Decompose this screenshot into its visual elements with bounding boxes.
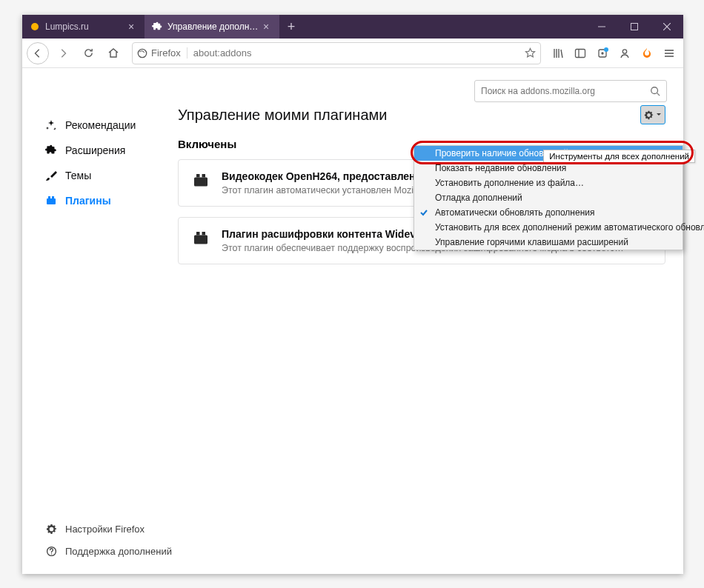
sidebar-item-label: Расширения bbox=[65, 144, 125, 156]
sidebar-item-support[interactable]: Поддержка дополнений bbox=[44, 540, 172, 562]
notification-dot-icon bbox=[604, 47, 608, 52]
puzzle-icon bbox=[152, 21, 162, 32]
close-icon[interactable]: × bbox=[125, 21, 137, 33]
back-button[interactable] bbox=[27, 42, 49, 64]
sidebar-item-recommendations[interactable]: Рекомендации bbox=[44, 113, 178, 138]
menu-item-label: Управление горячими клавишами расширений bbox=[435, 237, 628, 247]
chevron-down-icon bbox=[656, 112, 662, 118]
addon-search-input[interactable] bbox=[481, 86, 650, 96]
menu-item-label: Отладка дополнений bbox=[435, 193, 522, 203]
tab-label: Lumpics.ru bbox=[45, 21, 125, 32]
library-icon[interactable] bbox=[548, 44, 568, 63]
sidebar-item-themes[interactable]: Темы bbox=[44, 163, 178, 188]
addon-search-box[interactable] bbox=[474, 80, 667, 102]
svg-line-3 bbox=[663, 23, 671, 30]
sidebar-footer: Настройки Firefox Поддержка дополнений bbox=[44, 518, 172, 562]
minimize-button[interactable] bbox=[585, 15, 618, 39]
tab-lumpics[interactable]: Lumpics.ru × bbox=[22, 15, 145, 39]
window-controls bbox=[585, 15, 683, 39]
svg-rect-24 bbox=[194, 235, 207, 244]
page-heading-row: Управление моими плагинами bbox=[178, 105, 665, 124]
menu-item-label: Автоматически обновлять дополнения bbox=[435, 207, 594, 218]
menu-item-auto-update[interactable]: Автоматически обновлять дополнения bbox=[414, 205, 683, 220]
menu-item-label: Установить дополнение из файла… bbox=[435, 178, 584, 188]
sidebar-item-settings[interactable]: Настройки Firefox bbox=[44, 518, 172, 540]
tab-addons[interactable]: Управление дополнениями × bbox=[145, 15, 279, 39]
menu-item-reset-auto-update[interactable]: Установить для всех дополнений режим авт… bbox=[414, 220, 683, 235]
plugin-icon bbox=[190, 228, 211, 249]
brush-icon bbox=[44, 170, 58, 181]
close-window-button[interactable] bbox=[651, 15, 683, 39]
plugin-icon bbox=[190, 170, 211, 191]
new-tab-button[interactable]: + bbox=[279, 15, 303, 39]
profile-icon[interactable] bbox=[615, 44, 634, 63]
svg-rect-17 bbox=[48, 196, 50, 198]
search-row bbox=[22, 68, 683, 105]
svg-rect-6 bbox=[576, 49, 585, 57]
svg-line-15 bbox=[657, 93, 660, 96]
sidebar-item-plugins[interactable]: Плагины bbox=[44, 188, 178, 213]
app-menu-button[interactable] bbox=[660, 44, 679, 63]
sidebar-item-extensions[interactable]: Расширения bbox=[44, 138, 178, 163]
favicon-lumpics bbox=[30, 21, 40, 32]
tooltip: Инструменты для всех дополнений bbox=[543, 150, 695, 163]
check-icon bbox=[419, 207, 429, 218]
svg-rect-22 bbox=[196, 174, 200, 178]
puzzle-icon bbox=[44, 144, 58, 156]
bookmark-star-icon[interactable] bbox=[525, 47, 536, 59]
address-input[interactable] bbox=[193, 47, 525, 59]
sidebar-icon[interactable] bbox=[571, 44, 590, 63]
svg-rect-21 bbox=[194, 178, 207, 187]
svg-point-5 bbox=[138, 49, 146, 57]
sidebar-item-label: Темы bbox=[65, 170, 91, 181]
sidebar-item-label: Поддержка дополнений bbox=[65, 546, 172, 557]
plugin-icon bbox=[44, 195, 58, 207]
sidebar-item-label: Рекомендации bbox=[65, 119, 136, 131]
url-bar[interactable]: Firefox bbox=[132, 42, 541, 64]
tab-label: Управление дополнениями bbox=[167, 21, 260, 32]
category-sidebar: Рекомендации Расширения Темы Плагины Нас… bbox=[22, 113, 178, 574]
identity-box[interactable]: Firefox bbox=[137, 47, 187, 59]
svg-rect-18 bbox=[52, 196, 54, 198]
question-icon bbox=[44, 546, 58, 557]
firefox-icon bbox=[137, 48, 147, 59]
svg-point-0 bbox=[31, 23, 39, 30]
menu-item-label: Установить для всех дополнений режим авт… bbox=[435, 222, 704, 233]
addons-page: Рекомендации Расширения Темы Плагины Нас… bbox=[22, 68, 683, 574]
svg-point-9 bbox=[602, 53, 603, 54]
fire-icon[interactable] bbox=[637, 44, 657, 63]
tools-menu-button[interactable] bbox=[640, 105, 665, 124]
nav-toolbar: Firefox bbox=[22, 39, 683, 68]
svg-point-14 bbox=[651, 87, 658, 94]
page-title: Управление моими плагинами bbox=[178, 107, 387, 124]
sparkle-icon bbox=[44, 119, 58, 131]
svg-rect-26 bbox=[202, 232, 206, 235]
whats-new-icon[interactable] bbox=[593, 44, 612, 63]
svg-point-20 bbox=[50, 553, 51, 554]
gear-icon bbox=[44, 524, 58, 535]
search-icon bbox=[650, 86, 660, 96]
forward-button[interactable] bbox=[52, 42, 74, 64]
menu-item-debug-addons[interactable]: Отладка дополнений bbox=[414, 190, 683, 205]
gear-icon bbox=[644, 110, 654, 120]
menu-item-manage-shortcuts[interactable]: Управление горячими клавишами расширений bbox=[414, 235, 683, 250]
svg-rect-16 bbox=[47, 198, 56, 204]
svg-rect-2 bbox=[631, 24, 638, 30]
close-icon[interactable]: × bbox=[260, 21, 272, 33]
home-button[interactable] bbox=[102, 42, 124, 64]
reload-button[interactable] bbox=[77, 42, 99, 64]
svg-point-10 bbox=[622, 49, 626, 53]
svg-rect-23 bbox=[202, 174, 206, 178]
menu-item-install-from-file[interactable]: Установить дополнение из файла… bbox=[414, 176, 683, 190]
menu-item-label: Показать недавние обновления bbox=[435, 163, 566, 173]
svg-line-4 bbox=[663, 23, 671, 30]
identity-label: Firefox bbox=[151, 47, 181, 59]
maximize-button[interactable] bbox=[618, 15, 651, 39]
menu-item-recent-updates[interactable]: Показать недавние обновления bbox=[414, 161, 683, 176]
browser-window: Lumpics.ru × Управление дополнениями × + bbox=[22, 15, 683, 574]
sidebar-item-label: Плагины bbox=[65, 195, 111, 207]
sidebar-item-label: Настройки Firefox bbox=[65, 524, 145, 535]
svg-rect-25 bbox=[196, 232, 200, 235]
titlebar: Lumpics.ru × Управление дополнениями × + bbox=[22, 15, 683, 39]
